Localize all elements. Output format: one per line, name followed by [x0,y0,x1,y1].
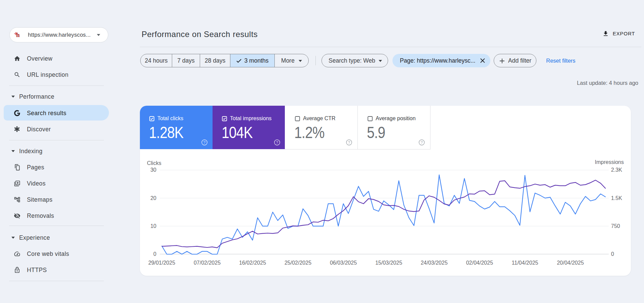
svg-text:0: 0 [153,251,156,257]
svg-text:24/03/2025: 24/03/2025 [421,260,448,266]
svg-text:10: 10 [150,223,156,229]
svg-text:15/03/2025: 15/03/2025 [375,260,402,266]
svg-text:?: ? [421,140,423,144]
svg-text:20/04/2025: 20/04/2025 [557,260,584,266]
svg-text:h: h [16,31,20,38]
svg-text:07/02/2025: 07/02/2025 [194,260,221,266]
svg-text:06/03/2025: 06/03/2025 [330,260,357,266]
svg-text:29/01/2025: 29/01/2025 [148,260,175,266]
svg-text:?: ? [203,140,205,144]
svg-text:750: 750 [611,223,620,229]
svg-text:Clicks: Clicks [147,160,161,166]
svg-text:Impressions: Impressions [595,159,624,165]
svg-text:02/04/2025: 02/04/2025 [466,260,493,266]
svg-text:11/04/2025: 11/04/2025 [512,260,538,266]
svg-text:20: 20 [150,195,156,201]
svg-text:25/02/2025: 25/02/2025 [285,260,311,266]
svg-text:16/02/2025: 16/02/2025 [239,260,266,266]
svg-text:2.3K: 2.3K [611,167,622,173]
svg-text:30: 30 [150,167,156,173]
svg-text:0: 0 [611,251,614,257]
svg-text:?: ? [348,140,350,144]
svg-text:?: ? [276,140,278,144]
svg-text:1.5K: 1.5K [611,195,622,201]
